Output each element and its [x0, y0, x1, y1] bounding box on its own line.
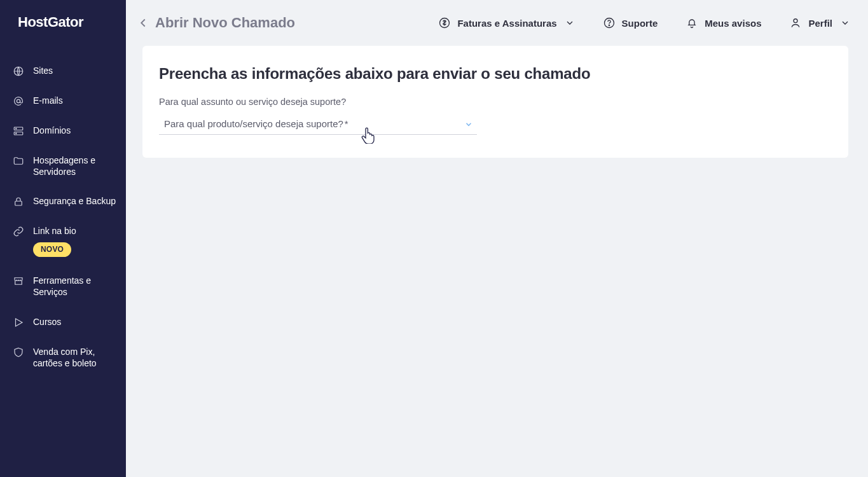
svg-point-9 [609, 25, 609, 25]
top-link-invoices[interactable]: Faturas e Assinaturas [438, 17, 574, 29]
field-label: Para qual assunto ou serviço deseja supo… [159, 97, 832, 107]
arrow-left-icon [136, 16, 150, 30]
svg-rect-6 [15, 202, 22, 206]
top-link-label: Perfil [808, 18, 832, 29]
sidebar-item-domains[interactable]: Domínios [0, 116, 126, 146]
sidebar-item-label: Cursos [33, 316, 61, 328]
sidebar-item-label: Segurança e Backup [33, 195, 116, 207]
question-circle-icon [603, 17, 616, 29]
sidebar-item-courses[interactable]: Cursos [0, 307, 126, 337]
chevron-down-icon [840, 18, 850, 28]
top-link-notifications[interactable]: Meus avisos [685, 17, 761, 29]
sidebar-item-label: Ferramentas e Serviços [33, 275, 116, 298]
bell-icon [685, 17, 698, 29]
svg-point-5 [16, 133, 17, 134]
sidebar-item-sites[interactable]: Sites [0, 56, 126, 86]
new-badge: NOVO [33, 242, 71, 258]
brand-logo: HostGator [0, 14, 126, 31]
sidebar: HostGator Sites E-mails Domínios Hospeda… [0, 0, 126, 477]
sidebar-item-label: Domínios [33, 125, 71, 136]
sidebar-item-label: E-mails [33, 95, 63, 106]
link-icon [13, 226, 24, 237]
ticket-card: Preencha as informações abaixo para envi… [142, 46, 848, 158]
sidebar-nav: Sites E-mails Domínios Hospedagens e Ser… [0, 56, 126, 378]
product-service-select[interactable]: Para qual produto/serviço deseja suporte… [159, 116, 477, 135]
content: Preencha as informações abaixo para envi… [126, 46, 868, 174]
sidebar-item-linkbio[interactable]: Link na bio NOVO [0, 216, 126, 266]
top-link-support[interactable]: Suporte [603, 17, 658, 29]
svg-point-4 [16, 128, 17, 129]
sidebar-item-label: Sites [33, 65, 53, 76]
sidebar-item-hosting[interactable]: Hospedagens e Servidores [0, 146, 126, 186]
sidebar-item-label: Hospedagens e Servidores [33, 155, 116, 177]
sidebar-item-security[interactable]: Segurança e Backup [0, 186, 126, 216]
user-icon [789, 17, 802, 29]
globe-icon [13, 66, 24, 77]
dollar-circle-icon [438, 17, 451, 29]
top-link-label: Suporte [622, 18, 658, 29]
shield-icon [13, 347, 24, 358]
page-title: Abrir Novo Chamado [155, 15, 295, 31]
top-nav-links: Faturas e Assinaturas Suporte Meus aviso… [438, 17, 850, 29]
server-icon [13, 125, 24, 137]
sidebar-item-emails[interactable]: E-mails [0, 86, 126, 116]
sidebar-item-sell[interactable]: Venda com Pix, cartões e boleto [0, 337, 126, 378]
sidebar-item-tools[interactable]: Ferramentas e Serviços [0, 266, 126, 307]
folder-icon [13, 155, 24, 167]
svg-point-1 [17, 99, 20, 102]
chevron-down-icon [565, 18, 575, 28]
top-bar: Abrir Novo Chamado Faturas e Assinaturas… [126, 0, 868, 46]
at-sign-icon [13, 95, 24, 107]
top-link-profile[interactable]: Perfil [789, 17, 850, 29]
store-icon [13, 275, 24, 287]
top-link-label: Faturas e Assinaturas [457, 18, 556, 29]
chevron-down-icon [464, 120, 473, 128]
main-area: Abrir Novo Chamado Faturas e Assinaturas… [126, 0, 868, 477]
svg-point-10 [794, 19, 798, 23]
play-icon [13, 317, 24, 328]
select-placeholder: Para qual produto/serviço deseja suporte… [164, 118, 348, 129]
sidebar-item-label: Link na bio [33, 225, 76, 237]
sidebar-item-label: Venda com Pix, cartões e boleto [33, 346, 116, 369]
lock-icon [13, 196, 24, 207]
card-title: Preencha as informações abaixo para envi… [159, 65, 832, 83]
top-link-label: Meus avisos [705, 18, 761, 29]
back-button[interactable] [136, 16, 150, 30]
